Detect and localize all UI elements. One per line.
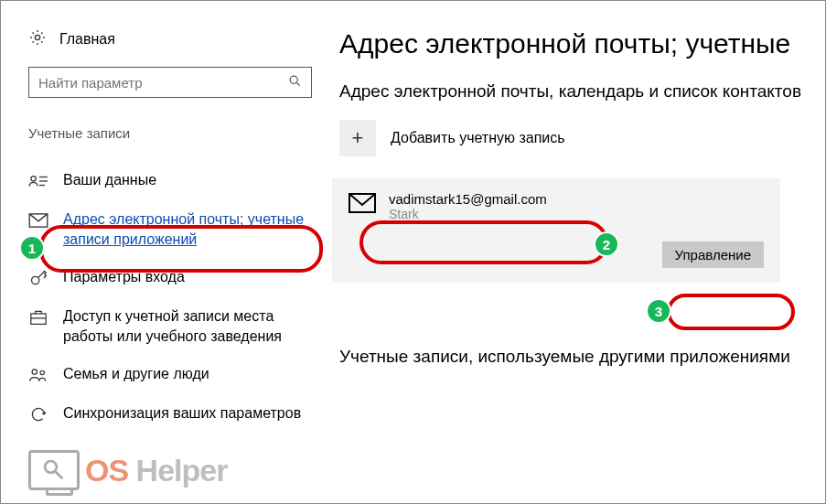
- sidebar-section-title: Учетные записи: [28, 125, 321, 141]
- sidebar-item-label: Синхронизация ваших параметров: [63, 403, 301, 424]
- account-name: Stark: [389, 207, 547, 221]
- plus-icon: +: [339, 120, 376, 156]
- home-label: Главная: [59, 31, 115, 48]
- sidebar-item-label: Ваши данные: [63, 170, 156, 190]
- sidebar-item-label: Семья и другие люди: [63, 364, 209, 384]
- person-card-icon: [28, 171, 48, 191]
- page-title: Адрес электронной почты; учетные: [339, 28, 807, 59]
- account-email: vadimstark15@gmail.com: [389, 191, 547, 207]
- envelope-icon: [349, 191, 376, 217]
- home-link[interactable]: Главная: [28, 28, 321, 50]
- sidebar-item-sync[interactable]: Синхронизация ваших параметров: [28, 394, 321, 434]
- svg-line-2: [296, 82, 299, 85]
- svg-point-8: [32, 277, 39, 284]
- sidebar-item-family[interactable]: Семья и другие люди: [28, 355, 321, 394]
- account-entry[interactable]: vadimstark15@gmail.com Stark Управление: [332, 178, 780, 283]
- svg-point-0: [35, 35, 39, 39]
- svg-rect-9: [31, 314, 46, 324]
- add-account-button[interactable]: + Добавить учетную запись: [339, 120, 807, 156]
- briefcase-icon: [28, 307, 48, 327]
- people-icon: [28, 365, 48, 385]
- search-field[interactable]: [38, 75, 276, 91]
- manage-button[interactable]: Управление: [662, 241, 764, 268]
- sidebar-item-label: Доступ к учетной записи места работы или…: [63, 306, 321, 346]
- add-account-label: Добавить учетную запись: [391, 130, 565, 146]
- svg-point-10: [32, 370, 37, 374]
- svg-point-3: [31, 177, 36, 181]
- mail-icon: [28, 210, 48, 231]
- search-icon: [288, 74, 302, 91]
- sync-icon: [28, 404, 48, 424]
- sidebar-item-work-access[interactable]: Доступ к учетной записи места работы или…: [28, 297, 321, 355]
- search-input[interactable]: [28, 67, 312, 98]
- sidebar-item-label: Адрес электронной почты; учетные записи …: [63, 209, 321, 249]
- sidebar-item-signin-options[interactable]: Параметры входа: [28, 258, 321, 297]
- svg-point-1: [290, 76, 297, 83]
- sidebar-item-email-accounts[interactable]: Адрес электронной почты; учетные записи …: [28, 200, 321, 258]
- section-heading-email: Адрес электронной почты, календарь и спи…: [339, 80, 807, 103]
- gear-icon: [28, 28, 47, 50]
- sidebar-item-your-info[interactable]: Ваши данные: [28, 161, 321, 200]
- sidebar-item-label: Параметры входа: [63, 267, 185, 287]
- svg-point-11: [40, 371, 44, 375]
- key-icon: [28, 268, 48, 288]
- section-heading-other-apps: Учетные записи, используемые другими при…: [339, 345, 807, 369]
